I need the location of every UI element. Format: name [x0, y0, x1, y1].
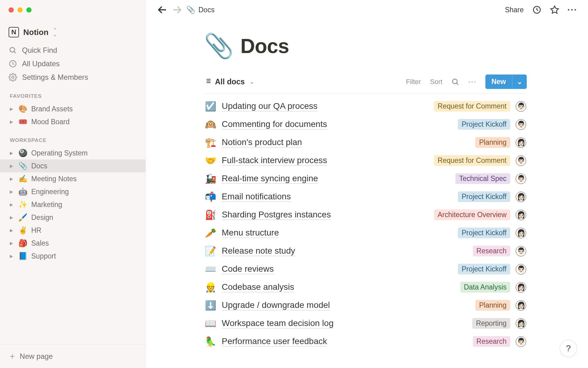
filter-button[interactable]: Filter — [406, 78, 421, 86]
doc-tag[interactable]: Project Kickoff — [458, 191, 510, 202]
doc-row[interactable]: 🦜Performance user feedbackResearch👨🏻 — [204, 332, 527, 351]
doc-tag[interactable]: Planning — [475, 300, 510, 311]
doc-tag[interactable]: Technical Spec — [455, 173, 510, 184]
doc-title-link[interactable]: Release note study — [222, 246, 295, 256]
sidebar-item-design[interactable]: ▶🖌️Design — [0, 211, 145, 224]
new-entry-label[interactable]: New — [485, 75, 512, 89]
new-page-button[interactable]: + New page — [0, 345, 145, 368]
doc-row[interactable]: 👷Codebase analysisData Analysis👩🏻 — [204, 278, 527, 296]
new-entry-dropdown-icon[interactable]: ⌄ — [512, 75, 527, 89]
doc-title-link[interactable]: Email notifications — [222, 192, 291, 202]
avatar[interactable]: 👨🏻 — [516, 174, 526, 184]
avatar[interactable]: 👩🏻 — [516, 300, 526, 311]
back-button[interactable] — [157, 4, 168, 15]
doc-tag[interactable]: Request for Comment — [434, 101, 510, 112]
page-title[interactable]: Docs — [240, 34, 289, 58]
doc-row[interactable]: ⌨️Code reviewsProject Kickoff👨🏻 — [204, 260, 527, 278]
doc-tag[interactable]: Planning — [475, 137, 510, 148]
doc-row[interactable]: 📬Email notificationsProject Kickoff👩🏻 — [204, 188, 527, 206]
minimize-window-icon[interactable] — [17, 7, 23, 13]
sidebar-item-docs[interactable]: ▶📎Docs — [0, 159, 145, 172]
doc-row[interactable]: ☑️Updating our QA processRequest for Com… — [204, 97, 527, 115]
workspace-switcher[interactable]: N Notion ⌃⌃ — [0, 25, 145, 44]
sidebar-item-engineering[interactable]: ▶🤖Engineering — [0, 185, 145, 198]
doc-title-link[interactable]: Menu structure — [222, 228, 279, 238]
share-button[interactable]: Share — [505, 6, 524, 14]
avatar[interactable]: 👨🏻 — [516, 336, 526, 347]
doc-tag[interactable]: Data Analysis — [460, 282, 510, 293]
disclosure-triangle-icon[interactable]: ▶ — [10, 163, 15, 168]
doc-title-link[interactable]: Commenting for documents — [222, 119, 327, 129]
all-updates-button[interactable]: All Updates — [0, 57, 145, 71]
window-traffic-lights[interactable] — [9, 7, 32, 13]
disclosure-triangle-icon[interactable]: ▶ — [10, 254, 15, 259]
doc-title-link[interactable]: Upgrade / downgrade model — [222, 300, 330, 310]
avatar[interactable]: 👩🏻 — [516, 210, 526, 220]
avatar[interactable]: 👩🏻 — [516, 318, 526, 329]
search-database-icon[interactable] — [451, 78, 460, 86]
doc-row[interactable]: 🙉Commenting for documentsProject Kickoff… — [204, 115, 527, 133]
doc-title-link[interactable]: Code reviews — [222, 264, 274, 274]
doc-tag[interactable]: Project Kickoff — [458, 228, 510, 238]
settings-members-button[interactable]: Settings & Members — [0, 71, 145, 84]
new-entry-button[interactable]: New ⌄ — [485, 75, 527, 89]
sidebar-item-brand-assets[interactable]: ▶🎨Brand Assets — [0, 102, 145, 115]
avatar[interactable]: 👩🏻 — [516, 228, 526, 238]
doc-tag[interactable]: Architecture Overview — [434, 209, 510, 220]
disclosure-triangle-icon[interactable]: ▶ — [10, 119, 15, 124]
disclosure-triangle-icon[interactable]: ▶ — [10, 228, 15, 233]
close-window-icon[interactable] — [9, 7, 14, 13]
avatar[interactable]: 👩🏻 — [516, 192, 526, 202]
sidebar-item-hr[interactable]: ▶✌️HR — [0, 224, 145, 237]
page-icon[interactable]: 📎 — [204, 32, 234, 60]
doc-title-link[interactable]: Updating our QA process — [222, 101, 318, 111]
disclosure-triangle-icon[interactable]: ▶ — [10, 151, 15, 155]
doc-tag[interactable]: Project Kickoff — [458, 264, 510, 274]
doc-row[interactable]: ⬇️Upgrade / downgrade modelPlanning👩🏻 — [204, 296, 527, 314]
avatar[interactable]: 👩🏻 — [516, 137, 526, 148]
favorite-star-icon[interactable] — [550, 5, 559, 14]
quick-find-button[interactable]: Quick Find — [0, 44, 145, 57]
doc-row[interactable]: 🥕Menu structureProject Kickoff👩🏻 — [204, 224, 527, 242]
view-more-icon[interactable]: ··· — [468, 78, 477, 86]
forward-button[interactable] — [172, 4, 183, 15]
help-button[interactable]: ? — [560, 340, 577, 357]
disclosure-triangle-icon[interactable]: ▶ — [10, 215, 15, 220]
doc-row[interactable]: 📖Workspace team decision logReporting👩🏻 — [204, 314, 527, 332]
avatar[interactable]: 👨🏻 — [516, 155, 526, 166]
sidebar-item-mood-board[interactable]: ▶🎟️Mood Board — [0, 115, 145, 128]
doc-title-link[interactable]: Performance user feedback — [222, 336, 327, 347]
doc-row[interactable]: ⛽Sharding Postgres instancesArchitecture… — [204, 206, 527, 224]
disclosure-triangle-icon[interactable]: ▶ — [10, 189, 15, 194]
avatar[interactable]: 👨🏻 — [516, 101, 526, 112]
more-menu-icon[interactable]: ··· — [568, 5, 577, 14]
sidebar-item-operating-system[interactable]: ▶🎱Operating System — [0, 147, 145, 159]
avatar[interactable]: 👨🏻 — [516, 246, 526, 256]
disclosure-triangle-icon[interactable]: ▶ — [10, 106, 15, 111]
doc-title-link[interactable]: Workspace team decision log — [222, 318, 334, 328]
sidebar-item-marketing[interactable]: ▶✨Marketing — [0, 198, 145, 211]
doc-tag[interactable]: Reporting — [472, 318, 510, 329]
sidebar-item-meeting-notes[interactable]: ▶✍️Meeting Notes — [0, 172, 145, 185]
doc-row[interactable]: 📝Release note studyResearch👨🏻 — [204, 242, 527, 260]
avatar[interactable]: 👩🏻 — [516, 282, 526, 293]
updates-icon[interactable] — [532, 5, 541, 14]
disclosure-triangle-icon[interactable]: ▶ — [10, 176, 15, 181]
view-tab-all-docs[interactable]: All docs ⌄ — [204, 75, 255, 88]
doc-row[interactable]: 🚂Real-time syncing engineTechnical Spec👨… — [204, 170, 527, 188]
doc-row[interactable]: 🏗️Notion's product planPlanning👩🏻 — [204, 133, 527, 151]
disclosure-triangle-icon[interactable]: ▶ — [10, 241, 15, 246]
doc-title-link[interactable]: Sharding Postgres instances — [222, 210, 331, 220]
sidebar-item-support[interactable]: ▶📘Support — [0, 250, 145, 263]
doc-title-link[interactable]: Codebase analysis — [222, 282, 294, 292]
sidebar-item-sales[interactable]: ▶🎒Sales — [0, 237, 145, 250]
doc-tag[interactable]: Research — [473, 246, 510, 256]
doc-title-link[interactable]: Full-stack interview process — [222, 155, 327, 166]
doc-tag[interactable]: Research — [473, 336, 510, 347]
avatar[interactable]: 👨🏻 — [516, 264, 526, 274]
fullscreen-window-icon[interactable] — [26, 7, 32, 13]
disclosure-triangle-icon[interactable]: ▶ — [10, 202, 15, 207]
sort-button[interactable]: Sort — [430, 78, 442, 86]
doc-title-link[interactable]: Notion's product plan — [222, 137, 302, 148]
doc-title-link[interactable]: Real-time syncing engine — [222, 174, 318, 184]
